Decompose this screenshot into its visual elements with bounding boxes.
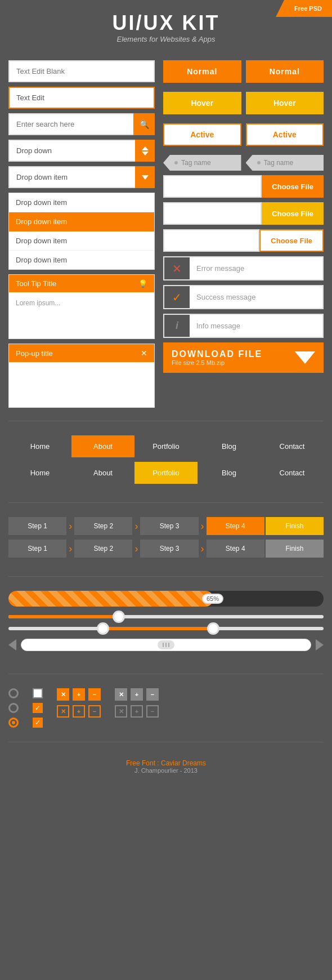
step-1-finish[interactable]: Finish: [266, 517, 324, 535]
minus-icon-btn-4[interactable]: −: [146, 705, 159, 718]
normal-button-2[interactable]: Normal: [246, 60, 324, 83]
nav-about-2[interactable]: About: [71, 462, 134, 484]
nav-home-2[interactable]: Home: [8, 462, 71, 484]
radio-unchecked-1[interactable]: [8, 688, 19, 698]
step-2-2[interactable]: Step 2: [74, 540, 132, 558]
tags-row: Tag name Tag name: [163, 155, 324, 171]
file-area-1: [163, 175, 262, 198]
nav-portfolio-2[interactable]: Portfolio: [134, 462, 198, 484]
dropdown-arrow-right[interactable]: [135, 166, 155, 188]
tag-1[interactable]: Tag name: [163, 155, 241, 171]
step-chevron-2-2: ›: [133, 540, 139, 558]
minus-icon-btn-3[interactable]: −: [146, 688, 159, 701]
text-edit-blank-input[interactable]: [8, 60, 155, 82]
nav-home-1[interactable]: Home: [8, 435, 71, 457]
step-1-4[interactable]: Step 4: [207, 517, 264, 535]
arrow-up-icon: [142, 146, 149, 150]
error-alert: ✕ Error message: [163, 256, 324, 280]
step-2-1[interactable]: Step 1: [8, 540, 66, 558]
tooltip-content: Lorem ipsum...: [9, 292, 154, 332]
list-item[interactable]: Drop down item: [9, 251, 154, 269]
text-edit-input[interactable]: [8, 87, 155, 109]
divider-1: [8, 421, 324, 421]
scroll-thumb[interactable]: [158, 640, 174, 649]
radio-item-3[interactable]: [8, 718, 19, 728]
slider-1-wrap: [8, 615, 324, 618]
choose-file-btn-1[interactable]: Choose File: [262, 175, 324, 198]
dropdown-input[interactable]: [8, 140, 155, 162]
search-input[interactable]: [8, 113, 155, 135]
slider-1-thumb[interactable]: [113, 611, 125, 623]
dropdown-arrows[interactable]: [135, 140, 155, 162]
close-icon-btn-1[interactable]: ✕: [57, 688, 69, 701]
progress-label: 65%: [202, 594, 223, 604]
list-item[interactable]: Drop down item: [9, 212, 154, 231]
range-thumb-right[interactable]: [207, 622, 219, 635]
download-bar[interactable]: DOWNLOAD FILE File size 2.5 Mb.zip: [163, 342, 324, 373]
checkbox-item-2[interactable]: ✓: [33, 703, 43, 713]
scroll-track[interactable]: [21, 639, 311, 651]
minus-icon-btn-1[interactable]: −: [88, 688, 101, 701]
radio-item-2[interactable]: [8, 703, 19, 713]
range-thumb-left[interactable]: [97, 622, 109, 635]
close-icon-btn-4[interactable]: ✕: [115, 705, 127, 718]
arrow-down-icon: [142, 152, 149, 155]
plus-icon-btn-3[interactable]: +: [131, 688, 143, 701]
step-2-4[interactable]: Step 4: [207, 540, 264, 558]
plus-icon-btn-1[interactable]: +: [73, 688, 85, 701]
nav-contact-1[interactable]: Contact: [261, 435, 324, 457]
close-icon-btn-3[interactable]: ✕: [115, 688, 127, 701]
nav-blog-1[interactable]: Blog: [198, 435, 261, 457]
nav-contact-2[interactable]: Contact: [261, 462, 324, 484]
active-button-2[interactable]: Active: [246, 123, 324, 146]
step-2-finish[interactable]: Finish: [266, 540, 324, 558]
step-1-3[interactable]: Step 3: [140, 517, 198, 535]
hover-button-1[interactable]: Hover: [163, 92, 241, 114]
radio-item-1[interactable]: [8, 688, 19, 698]
step-1-2[interactable]: Step 2: [74, 517, 132, 535]
popup-title-text: Pop-up title: [16, 349, 53, 358]
plus-icon-btn-2[interactable]: +: [73, 705, 85, 718]
popup-close-button[interactable]: ✕: [141, 349, 147, 358]
footer-font-label: Free Font : Caviar Dreams: [17, 759, 315, 767]
nav-blog-2[interactable]: Blog: [198, 462, 261, 484]
header: Free PSD UI/UX KIT Elements for Websites…: [0, 0, 332, 60]
range-track: [8, 627, 324, 630]
radio-checked-3[interactable]: [8, 718, 19, 728]
minus-icon-btn-2[interactable]: −: [88, 705, 101, 718]
hover-button-2[interactable]: Hover: [246, 92, 324, 114]
checkbox-checked-2[interactable]: ✓: [33, 703, 43, 713]
app-subtitle: Elements for Websites & Apps: [0, 35, 332, 43]
active-button-1[interactable]: Active: [163, 123, 241, 146]
progress-bar: 65%: [8, 591, 324, 607]
search-icon: 🔍: [140, 120, 149, 129]
radio-unchecked-2[interactable]: [8, 703, 19, 713]
checkbox-unchecked-1[interactable]: [33, 688, 43, 698]
scroll-left-arrow[interactable]: [8, 639, 16, 651]
list-item[interactable]: Drop down item: [9, 231, 154, 251]
file-upload-2: Choose File: [163, 202, 324, 225]
checkbox-item-3[interactable]: ✓: [33, 718, 43, 728]
nav-portfolio-1[interactable]: Portfolio: [134, 435, 198, 457]
dropdown-item-input[interactable]: [8, 166, 155, 188]
choose-file-btn-2[interactable]: Choose File: [262, 202, 324, 225]
checkbox-item-1[interactable]: [33, 688, 43, 698]
normal-button-1[interactable]: Normal: [163, 60, 241, 83]
scroll-right-arrow[interactable]: [316, 639, 324, 651]
left-column: 🔍 Drop down item Drop: [8, 60, 155, 412]
plus-icon-btn-4[interactable]: +: [131, 705, 143, 718]
checkbox-checked-3[interactable]: ✓: [33, 718, 43, 728]
footer: Free Font : Caviar Dreams J. Champourlie…: [8, 751, 324, 782]
close-icon-btn-2[interactable]: ✕: [57, 705, 69, 718]
step-1-1[interactable]: Step 1: [8, 517, 66, 535]
list-item[interactable]: Drop down item: [9, 193, 154, 212]
nav-about-1[interactable]: About: [71, 435, 134, 457]
search-button[interactable]: 🔍: [133, 113, 155, 135]
tag-2[interactable]: Tag name: [246, 155, 324, 171]
tooltip-icon: 💡: [138, 279, 147, 288]
choose-file-btn-3[interactable]: Choose File: [259, 229, 324, 252]
right-column: Normal Normal Hover Hover Active Active …: [163, 60, 324, 412]
step-2-3[interactable]: Step 3: [140, 540, 198, 558]
popup-box: Pop-up title ✕: [8, 344, 155, 408]
error-text: Error message: [190, 257, 322, 279]
